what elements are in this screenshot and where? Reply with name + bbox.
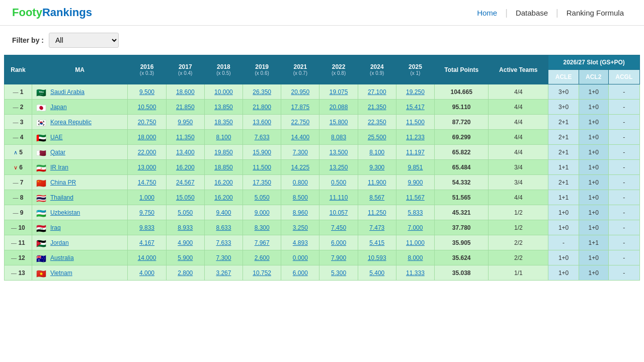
y2019-val: 21.800: [243, 100, 281, 115]
flag-icon: 🇮🇶: [36, 224, 47, 231]
rank-number: 10: [18, 224, 25, 231]
acl2-val: 1+0: [579, 160, 608, 175]
y2021-val: 3.250: [281, 220, 319, 235]
y2018-val: 7.633: [204, 235, 243, 250]
y2016-val: 9.500: [128, 84, 166, 100]
y2024-val: 7.473: [358, 220, 396, 235]
flag-icon: 🇦🇺: [36, 254, 47, 261]
y2022-val: 11.110: [319, 190, 358, 205]
table-row: — 12 🇦🇺 Australia 14.000 5.900 7.300 2.6…: [5, 250, 640, 265]
active-val: 4/4: [489, 145, 548, 160]
country-name[interactable]: Saudi Arabia: [50, 88, 85, 96]
country-name[interactable]: Qatar: [50, 149, 65, 156]
acgl-val: -: [608, 100, 640, 115]
y2025-val: 19.250: [396, 84, 434, 100]
rank-cell: ∧ 5: [5, 145, 32, 160]
country-cell: 🇮🇷 IR Iran: [36, 163, 125, 171]
country-name[interactable]: Uzbekistan: [50, 209, 80, 216]
y2022-val: 6.000: [319, 235, 358, 250]
y2017-val: 24.567: [166, 175, 204, 190]
rankings-table-wrap: Rank MA 2016 (x 0.3) 2017 (x 0.4) 2018 (…: [0, 55, 644, 281]
logo[interactable]: FootyRankings: [12, 6, 92, 19]
country-name[interactable]: Iraq: [50, 224, 61, 231]
nav-database[interactable]: Database: [508, 9, 556, 17]
y2024-val: 11.900: [358, 175, 396, 190]
y2025-val: 11.500: [396, 115, 434, 130]
acgl-val: -: [608, 250, 640, 265]
y2016-val: 20.750: [128, 115, 166, 130]
rank-cell: — 13: [5, 265, 32, 281]
total-val: 54.332: [435, 175, 489, 190]
country-name[interactable]: Japan: [50, 104, 67, 111]
country-cell: 🇺🇿 Uzbekistan: [36, 209, 125, 216]
rank-number: 13: [18, 269, 25, 277]
y2021-val: 22.750: [281, 115, 319, 130]
acle-val: 3+0: [548, 100, 579, 115]
y2016-val: 14.000: [128, 250, 166, 265]
active-val: 3/4: [489, 160, 548, 175]
y2019-val: 11.500: [243, 160, 281, 175]
acl2-val: 1+0: [579, 145, 608, 160]
flag-icon: 🇯🇴: [36, 239, 47, 246]
country-name[interactable]: Australia: [50, 254, 74, 261]
y2021-val: 4.893: [281, 235, 319, 250]
y2018-val: 16.200: [204, 190, 243, 205]
col-slot-header: 2026/27 Slot (GS+PO): [548, 55, 640, 70]
total-val: 95.110: [435, 100, 489, 115]
acle-val: 1+0: [548, 205, 579, 220]
y2021-val: 7.300: [281, 145, 319, 160]
y2017-val: 21.850: [166, 100, 204, 115]
total-val: 45.321: [435, 205, 489, 220]
acgl-val: -: [608, 145, 640, 160]
col-acgl: ACGL: [608, 70, 640, 84]
country-name[interactable]: Thailand: [50, 194, 73, 201]
y2018-val: 3.267: [204, 265, 243, 281]
y2016-val: 1.000: [128, 190, 166, 205]
y2025-val: 11.000: [396, 235, 434, 250]
y2021-val: 20.950: [281, 84, 319, 100]
flag-icon: 🇶🇦: [36, 148, 47, 156]
flag-icon: 🇯🇵: [36, 103, 47, 111]
rank-cell: — 3: [5, 115, 32, 130]
acl2-val: 1+0: [579, 100, 608, 115]
y2019-val: 2.600: [243, 250, 281, 265]
nav-ranking-formula[interactable]: Ranking Formula: [558, 9, 632, 17]
rank-cell: — 10: [5, 220, 32, 235]
country-name[interactable]: UAE: [50, 134, 63, 141]
trend-icon: —: [13, 134, 18, 140]
country-name[interactable]: IR Iran: [50, 164, 68, 171]
country-name[interactable]: China PR: [50, 179, 76, 186]
country-name[interactable]: Korea Republic: [50, 119, 92, 126]
filter-select[interactable]: All AFC UEFA CONMEBOL CONCACAF CAF OFC: [49, 33, 119, 48]
flag-icon: 🇸🇦: [36, 88, 47, 96]
total-val: 37.780: [435, 220, 489, 235]
y2016-val: 18.000: [128, 130, 166, 145]
active-val: 1/1: [489, 265, 548, 281]
acgl-val: -: [608, 84, 640, 100]
country-name[interactable]: Vietnam: [50, 269, 72, 277]
y2017-val: 5.050: [166, 205, 204, 220]
y2025-val: 15.417: [396, 100, 434, 115]
y2024-val: 5.400: [358, 265, 396, 281]
y2018-val: 16.200: [204, 175, 243, 190]
table-row: — 13 🇻🇳 Vietnam 4.000 2.800 3.267 10.752…: [5, 265, 640, 281]
acle-val: 1+1: [548, 190, 579, 205]
table-row: — 10 🇮🇶 Iraq 9.833 8.933 8.633 8.300 3.2…: [5, 220, 640, 235]
table-row: ∨ 6 🇮🇷 IR Iran 13.000 16.200 18.850 11.5…: [5, 160, 640, 175]
y2024-val: 8.567: [358, 190, 396, 205]
trend-icon: —: [13, 179, 18, 186]
nav-home[interactable]: Home: [469, 9, 505, 17]
country-cell: 🇮🇶 Iraq: [36, 224, 125, 231]
country-cell: 🇯🇴 Jordan: [36, 239, 125, 246]
col-2021: 2021 (x 0.7): [281, 55, 319, 84]
y2017-val: 8.933: [166, 220, 204, 235]
y2022-val: 13.250: [319, 160, 358, 175]
acl2-val: 1+0: [579, 130, 608, 145]
rank-cell: — 9: [5, 205, 32, 220]
total-val: 65.822: [435, 145, 489, 160]
country-name[interactable]: Jordan: [50, 239, 69, 246]
y2019-val: 26.350: [243, 84, 281, 100]
rank-number: 7: [20, 179, 24, 186]
country-cell: 🇯🇵 Japan: [36, 103, 125, 111]
acle-val: 2+1: [548, 115, 579, 130]
